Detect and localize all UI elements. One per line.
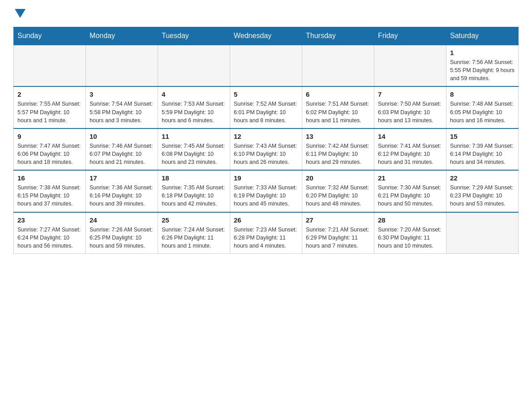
day-info: Sunrise: 7:32 AM Sunset: 6:20 PM Dayligh…	[306, 184, 370, 208]
day-number: 15	[450, 133, 515, 140]
calendar-cell: 7Sunrise: 7:50 AM Sunset: 6:03 PM Daylig…	[374, 86, 446, 128]
calendar-cell: 17Sunrise: 7:36 AM Sunset: 6:16 PM Dayli…	[86, 170, 158, 212]
day-info: Sunrise: 7:38 AM Sunset: 6:15 PM Dayligh…	[17, 184, 82, 208]
calendar-cell: 5Sunrise: 7:52 AM Sunset: 6:01 PM Daylig…	[230, 86, 302, 128]
day-of-week-header: Tuesday	[158, 27, 230, 45]
day-number: 5	[234, 90, 298, 98]
day-number: 3	[90, 90, 154, 98]
calendar-week-row: 16Sunrise: 7:38 AM Sunset: 6:15 PM Dayli…	[14, 170, 519, 212]
calendar-cell: 4Sunrise: 7:53 AM Sunset: 5:59 PM Daylig…	[158, 86, 230, 128]
day-number: 21	[378, 174, 442, 182]
calendar-cell: 27Sunrise: 7:21 AM Sunset: 6:29 PM Dayli…	[302, 212, 374, 254]
day-info: Sunrise: 7:20 AM Sunset: 6:30 PM Dayligh…	[378, 226, 442, 250]
day-info: Sunrise: 7:45 AM Sunset: 6:08 PM Dayligh…	[162, 142, 226, 166]
day-number: 25	[162, 216, 226, 224]
page-header	[13, 9, 519, 18]
day-number: 24	[90, 216, 154, 224]
day-info: Sunrise: 7:23 AM Sunset: 6:28 PM Dayligh…	[234, 226, 298, 250]
day-number: 12	[234, 133, 298, 140]
day-info: Sunrise: 7:54 AM Sunset: 5:58 PM Dayligh…	[90, 100, 154, 124]
calendar-table: SundayMondayTuesdayWednesdayThursdayFrid…	[13, 27, 519, 254]
day-number: 10	[90, 133, 154, 140]
calendar-cell: 14Sunrise: 7:41 AM Sunset: 6:12 PM Dayli…	[374, 128, 446, 170]
day-number: 6	[306, 90, 370, 98]
logo	[13, 9, 27, 18]
day-info: Sunrise: 7:56 AM Sunset: 5:55 PM Dayligh…	[450, 58, 515, 82]
calendar-cell: 23Sunrise: 7:27 AM Sunset: 6:24 PM Dayli…	[14, 212, 86, 254]
day-info: Sunrise: 7:42 AM Sunset: 6:11 PM Dayligh…	[306, 142, 370, 166]
day-number: 23	[17, 216, 82, 224]
day-info: Sunrise: 7:29 AM Sunset: 6:23 PM Dayligh…	[450, 184, 515, 208]
calendar-cell: 12Sunrise: 7:43 AM Sunset: 6:10 PM Dayli…	[230, 128, 302, 170]
day-info: Sunrise: 7:27 AM Sunset: 6:24 PM Dayligh…	[17, 226, 82, 250]
day-info: Sunrise: 7:50 AM Sunset: 6:03 PM Dayligh…	[378, 100, 442, 124]
day-info: Sunrise: 7:30 AM Sunset: 6:21 PM Dayligh…	[378, 184, 442, 208]
calendar-week-row: 1Sunrise: 7:56 AM Sunset: 5:55 PM Daylig…	[14, 45, 519, 86]
day-info: Sunrise: 7:53 AM Sunset: 5:59 PM Dayligh…	[162, 100, 226, 124]
day-number: 28	[378, 216, 442, 224]
calendar-cell: 20Sunrise: 7:32 AM Sunset: 6:20 PM Dayli…	[302, 170, 374, 212]
day-info: Sunrise: 7:47 AM Sunset: 6:06 PM Dayligh…	[17, 142, 82, 166]
day-number: 7	[378, 90, 442, 98]
day-number: 11	[162, 133, 226, 140]
day-of-week-header: Monday	[86, 27, 158, 45]
day-info: Sunrise: 7:51 AM Sunset: 6:02 PM Dayligh…	[306, 100, 370, 124]
day-info: Sunrise: 7:39 AM Sunset: 6:14 PM Dayligh…	[450, 142, 515, 166]
calendar-cell: 3Sunrise: 7:54 AM Sunset: 5:58 PM Daylig…	[86, 86, 158, 128]
calendar-cell: 15Sunrise: 7:39 AM Sunset: 6:14 PM Dayli…	[446, 128, 519, 170]
day-info: Sunrise: 7:35 AM Sunset: 6:18 PM Dayligh…	[162, 184, 226, 208]
day-info: Sunrise: 7:41 AM Sunset: 6:12 PM Dayligh…	[378, 142, 442, 166]
calendar-cell: 22Sunrise: 7:29 AM Sunset: 6:23 PM Dayli…	[446, 170, 519, 212]
calendar-week-row: 2Sunrise: 7:55 AM Sunset: 5:57 PM Daylig…	[14, 86, 519, 128]
calendar-cell: 8Sunrise: 7:48 AM Sunset: 6:05 PM Daylig…	[446, 86, 519, 128]
calendar-cell: 18Sunrise: 7:35 AM Sunset: 6:18 PM Dayli…	[158, 170, 230, 212]
calendar-cell: 21Sunrise: 7:30 AM Sunset: 6:21 PM Dayli…	[374, 170, 446, 212]
day-info: Sunrise: 7:33 AM Sunset: 6:19 PM Dayligh…	[234, 184, 298, 208]
calendar-cell: 19Sunrise: 7:33 AM Sunset: 6:19 PM Dayli…	[230, 170, 302, 212]
day-number: 13	[306, 133, 370, 140]
calendar-header-row: SundayMondayTuesdayWednesdayThursdayFrid…	[14, 27, 519, 45]
day-number: 2	[17, 90, 82, 98]
calendar-cell: 1Sunrise: 7:56 AM Sunset: 5:55 PM Daylig…	[446, 45, 519, 86]
day-info: Sunrise: 7:43 AM Sunset: 6:10 PM Dayligh…	[234, 142, 298, 166]
calendar-cell	[230, 45, 302, 86]
calendar-cell	[158, 45, 230, 86]
calendar-week-row: 9Sunrise: 7:47 AM Sunset: 6:06 PM Daylig…	[14, 128, 519, 170]
logo-text	[13, 9, 27, 18]
calendar-cell: 24Sunrise: 7:26 AM Sunset: 6:25 PM Dayli…	[86, 212, 158, 254]
day-info: Sunrise: 7:52 AM Sunset: 6:01 PM Dayligh…	[234, 100, 298, 124]
day-info: Sunrise: 7:55 AM Sunset: 5:57 PM Dayligh…	[17, 100, 82, 124]
day-number: 1	[450, 49, 515, 56]
calendar-cell	[302, 45, 374, 86]
calendar-cell: 10Sunrise: 7:46 AM Sunset: 6:07 PM Dayli…	[86, 128, 158, 170]
day-number: 16	[17, 174, 82, 182]
day-number: 14	[378, 133, 442, 140]
day-number: 17	[90, 174, 154, 182]
day-number: 18	[162, 174, 226, 182]
calendar-cell	[14, 45, 86, 86]
day-of-week-header: Friday	[374, 27, 446, 45]
day-of-week-header: Sunday	[14, 27, 86, 45]
calendar-cell: 26Sunrise: 7:23 AM Sunset: 6:28 PM Dayli…	[230, 212, 302, 254]
day-info: Sunrise: 7:36 AM Sunset: 6:16 PM Dayligh…	[90, 184, 154, 208]
calendar-cell: 16Sunrise: 7:38 AM Sunset: 6:15 PM Dayli…	[14, 170, 86, 212]
day-of-week-header: Wednesday	[230, 27, 302, 45]
day-info: Sunrise: 7:21 AM Sunset: 6:29 PM Dayligh…	[306, 226, 370, 250]
day-of-week-header: Thursday	[302, 27, 374, 45]
calendar-cell	[446, 212, 519, 254]
logo-triangle-icon	[15, 9, 26, 18]
calendar-cell: 6Sunrise: 7:51 AM Sunset: 6:02 PM Daylig…	[302, 86, 374, 128]
calendar-cell: 9Sunrise: 7:47 AM Sunset: 6:06 PM Daylig…	[14, 128, 86, 170]
day-info: Sunrise: 7:24 AM Sunset: 6:26 PM Dayligh…	[162, 226, 226, 250]
calendar-cell: 28Sunrise: 7:20 AM Sunset: 6:30 PM Dayli…	[374, 212, 446, 254]
day-of-week-header: Saturday	[446, 27, 519, 45]
calendar-cell: 25Sunrise: 7:24 AM Sunset: 6:26 PM Dayli…	[158, 212, 230, 254]
calendar-cell: 11Sunrise: 7:45 AM Sunset: 6:08 PM Dayli…	[158, 128, 230, 170]
calendar-cell	[374, 45, 446, 86]
day-number: 26	[234, 216, 298, 224]
day-number: 4	[162, 90, 226, 98]
day-number: 8	[450, 90, 515, 98]
calendar-cell	[86, 45, 158, 86]
day-info: Sunrise: 7:46 AM Sunset: 6:07 PM Dayligh…	[90, 142, 154, 166]
calendar-week-row: 23Sunrise: 7:27 AM Sunset: 6:24 PM Dayli…	[14, 212, 519, 254]
